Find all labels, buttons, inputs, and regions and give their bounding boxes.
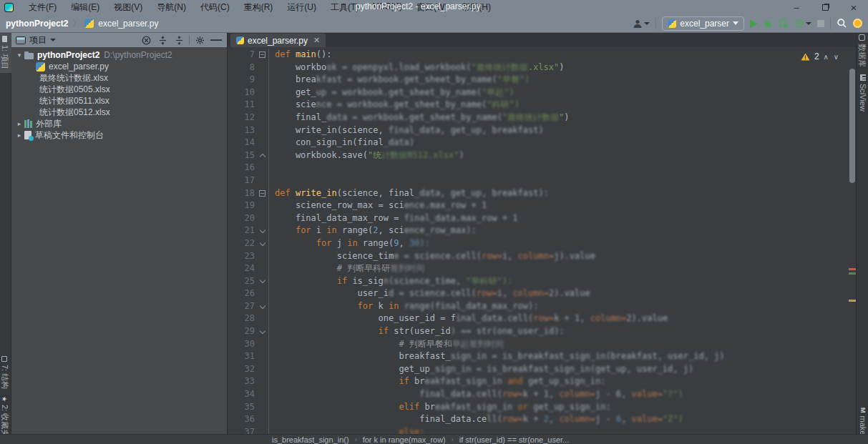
line-number[interactable]: 14 [228,137,255,149]
line-number[interactable]: 28 [228,312,255,325]
tree-row[interactable]: 统计数据0505.xlsx [11,84,227,95]
error-stripe-mark-green[interactable] [849,272,856,275]
code-line[interactable]: 26 user_id = science.cell(row=i, column=… [228,287,849,300]
code-line[interactable]: 8 workbook = openpyxl.load_workbook("最终统… [228,61,849,74]
tree-chevron-icon[interactable]: ▾ [14,51,24,59]
line-number[interactable]: 8 [228,61,255,74]
line-number[interactable]: 29 [228,325,255,338]
line-number[interactable]: 17 [228,174,255,187]
line-number[interactable]: 30 [228,338,255,351]
menu-item[interactable]: 代码(C) [194,0,236,15]
code-line[interactable]: 18def write_in(science, final_data, get_… [228,187,849,200]
hide-panel-icon[interactable]: — [210,34,223,46]
line-number[interactable]: 7 [228,49,255,61]
fold-marker-icon[interactable] [256,149,269,162]
breadcrumb-file[interactable]: excel_parser.py [98,19,158,29]
tool-window-tab-sciview[interactable]: SciView [859,74,867,112]
line-number[interactable]: 16 [228,162,255,174]
line-number[interactable]: 31 [228,350,255,363]
tree-row[interactable]: 统计数据0512.xlsx [11,107,227,118]
code-line[interactable]: 25 if is_sign(science_time, "早科研"): [228,275,849,288]
line-number[interactable]: 23 [228,250,255,263]
code-line[interactable]: 32 get_up_sign_in = is_breakfast_sign_in… [228,363,849,376]
line-number[interactable]: 10 [228,87,255,99]
tree-row[interactable]: 统计数据0511.xlsx [11,95,227,107]
fold-marker-icon[interactable] [256,49,269,61]
code-line[interactable]: 20 final_data_max_row = final_data.max_r… [228,212,849,225]
tool-window-tab-project[interactable]: 1: 项目 [0,36,10,69]
line-number[interactable]: 35 [228,401,255,414]
line-number[interactable]: 34 [228,388,255,401]
project-panel-title[interactable]: 项目 [29,34,47,46]
menu-item[interactable]: 编辑(E) [64,0,106,15]
status-breadcrumb-item[interactable]: if str(user_id) == str(one_user... [459,435,569,444]
code-line[interactable]: 34 final_data.cell(row=k + 1, column=j -… [228,388,849,401]
expand-all-icon[interactable] [172,34,185,46]
tool-window-tab-database[interactable]: 数据库 [857,34,867,67]
notification-icon[interactable] [853,19,862,28]
fold-marker-icon[interactable] [256,300,269,313]
code-line[interactable]: 10 get_up = workbook.get_sheet_by_name("… [228,87,849,99]
code-line[interactable]: 37 else: [228,426,849,434]
code-view[interactable]: 7def main():8 workbook = openpyxl.load_w… [228,47,849,434]
tree-chevron-icon[interactable]: ▸ [14,132,24,139]
code-line[interactable]: 12 final_data = workbook.get_sheet_by_na… [228,112,849,124]
code-line[interactable]: 23 science_time = science.cell(row=i, co… [228,250,849,263]
close-button[interactable]: × [839,0,868,14]
line-number[interactable]: 37 [228,426,255,434]
search-icon[interactable] [837,18,847,29]
menu-item[interactable]: 视图(V) [107,0,149,15]
line-number[interactable]: 20 [228,212,255,225]
tool-window-tab-structure[interactable]: 7: 结构 [0,356,10,389]
line-number[interactable]: 13 [228,124,255,137]
tree-row[interactable]: excel_parser.py [11,61,227,72]
locate-file-icon[interactable] [140,34,152,46]
editor-scrollbar[interactable] [849,47,856,434]
menu-item[interactable]: 导航(N) [150,0,192,15]
fold-marker-icon[interactable] [256,225,269,237]
fold-marker-icon[interactable] [256,275,269,288]
line-number[interactable]: 21 [228,225,255,237]
code-line[interactable]: 14 con_sign_in(final_data) [228,137,849,149]
run-icon[interactable] [750,19,757,28]
scrollbar-thumb[interactable] [849,69,855,183]
collapse-all-icon[interactable] [156,34,169,46]
line-number[interactable]: 12 [228,112,255,124]
editor-area[interactable]: excel_parser.py ✕ 7def main():8 workbook… [228,33,856,434]
code-line[interactable]: 15 workbook.save("统计数据0512.xlsx") [228,149,849,162]
line-number[interactable]: 27 [228,300,255,313]
fold-marker-icon[interactable] [256,187,269,200]
restore-button[interactable] [811,0,839,14]
line-number[interactable]: 24 [228,262,255,275]
run-configuration-select[interactable]: excel_parser [662,16,744,31]
tree-chevron-icon[interactable]: ▸ [14,120,24,127]
tree-row[interactable]: ▾pythonProject2D:\pythonProject2 [11,49,227,61]
line-number[interactable]: 33 [228,375,255,388]
error-stripe-mark-yellow[interactable] [849,300,856,302]
code-line[interactable]: 30 # 判断早餐和早起签到时间 [228,338,849,351]
tool-window-tab-make[interactable]: M make [859,408,867,435]
code-line[interactable]: 21 for i in range(2, science_row_max): [228,225,849,237]
code-line[interactable]: 35 elif breakfast_sign_in or get_up_sign… [228,401,849,414]
line-number[interactable]: 15 [228,149,255,162]
line-number[interactable]: 36 [228,413,255,426]
user-dropdown-icon[interactable] [633,19,650,29]
tool-window-tab-favorites[interactable]: ★ 2: 收藏夹 [0,396,10,437]
line-number[interactable]: 9 [228,74,255,87]
tree-row[interactable]: ▸草稿文件和控制台 [11,129,227,141]
line-number[interactable]: 32 [228,363,255,376]
line-number[interactable]: 25 [228,275,255,288]
prev-next-icons[interactable]: ∧ ∨ [824,53,840,61]
breadcrumb-project[interactable]: pythonProject2 [6,19,68,29]
code-line[interactable]: 13 write_in(science, final_data, get_up,… [228,124,849,137]
line-number[interactable]: 22 [228,237,255,250]
tab-excel-parser[interactable]: excel_parser.py ✕ [230,34,326,47]
menu-item[interactable]: 运行(U) [281,0,323,15]
code-line[interactable]: 36 final_data.cell(row=k + 2, column=j -… [228,413,849,426]
debug-icon[interactable] [763,19,773,29]
menu-item[interactable]: 重构(R) [238,0,280,15]
code-line[interactable]: 27 for k in range(final_data_max_row): [228,300,849,313]
code-line[interactable]: 16 [228,162,849,174]
fold-marker-icon[interactable] [256,237,269,250]
inspection-widget[interactable]: 2 ∧ ∨ [801,51,840,61]
